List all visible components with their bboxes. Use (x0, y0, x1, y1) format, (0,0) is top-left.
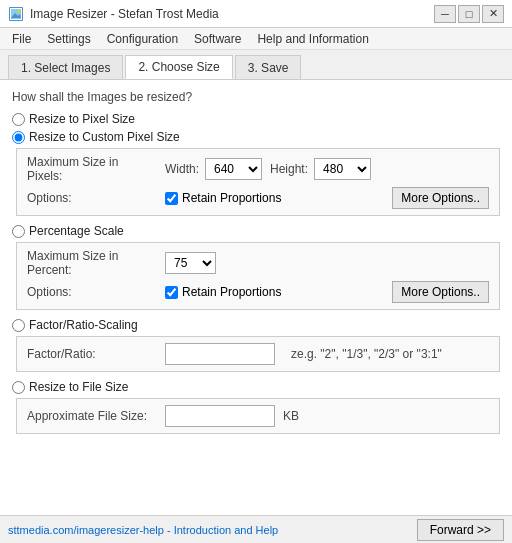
tab-save[interactable]: 3. Save (235, 55, 302, 79)
factor-input-row: Factor/Ratio: 2 ze.g. "2", "1/3", "2/3" … (27, 343, 489, 365)
filesize-box: Approximate File Size: 100 KB (16, 398, 500, 434)
main-content: How shall the Images be resized? Resize … (0, 80, 512, 515)
resize-question: How shall the Images be resized? (12, 90, 500, 104)
resize-custom-option[interactable]: Resize to Custom Pixel Size (12, 130, 180, 144)
height-group: Height: 480 600 768 1024 1080 (270, 158, 371, 180)
filesize-radio[interactable] (12, 381, 25, 394)
resize-custom-section: Resize to Custom Pixel Size Maximum Size… (12, 130, 500, 216)
max-percent-label: Maximum Size in Percent: (27, 249, 157, 277)
close-button[interactable]: ✕ (482, 5, 504, 23)
resize-custom-label: Resize to Custom Pixel Size (29, 130, 180, 144)
approx-label: Approximate File Size: (27, 409, 157, 423)
kb-label: KB (283, 409, 299, 423)
width-select[interactable]: 640 800 1024 1280 1920 (205, 158, 262, 180)
width-group: Width: 640 800 1024 1280 1920 (165, 158, 262, 180)
factor-ratio-label: Factor/Ratio: (27, 347, 157, 361)
maximize-button[interactable]: □ (458, 5, 480, 23)
menu-file[interactable]: File (4, 30, 39, 48)
tabs-bar: 1. Select Images 2. Choose Size 3. Save (0, 50, 512, 80)
retain-proportions-pct-checkbox[interactable] (165, 286, 178, 299)
retain-proportions-custom-label: Retain Proportions (182, 191, 281, 205)
max-size-label: Maximum Size in Pixels: (27, 155, 157, 183)
percentage-label: Percentage Scale (29, 224, 124, 238)
percentage-row: Percentage Scale (12, 224, 500, 238)
status-bar: sttmedia.com/imageresizer-help - Introdu… (0, 515, 512, 543)
factor-label: Factor/Ratio-Scaling (29, 318, 138, 332)
help-link[interactable]: sttmedia.com/imageresizer-help - Introdu… (8, 524, 278, 536)
minimize-button[interactable]: ─ (434, 5, 456, 23)
factor-option[interactable]: Factor/Ratio-Scaling (12, 318, 138, 332)
svg-point-4 (18, 9, 21, 12)
pct-more-options-button[interactable]: More Options.. (392, 281, 489, 303)
percent-select[interactable]: 25 50 75 100 150 (165, 252, 216, 274)
title-bar: Image Resizer - Stefan Trost Media ─ □ ✕ (0, 0, 512, 28)
percentage-box: Maximum Size in Percent: 25 50 75 100 15… (16, 242, 500, 310)
menu-help[interactable]: Help and Information (249, 30, 376, 48)
custom-options-label: Options: (27, 191, 157, 205)
factor-section: Factor/Ratio-Scaling Factor/Ratio: 2 ze.… (12, 318, 500, 372)
factor-row: Factor/Ratio-Scaling (12, 318, 500, 332)
filesize-option[interactable]: Resize to File Size (12, 380, 128, 394)
tab-choose-size[interactable]: 2. Choose Size (125, 55, 232, 79)
custom-more-options-button[interactable]: More Options.. (392, 187, 489, 209)
resize-custom-radio[interactable] (12, 131, 25, 144)
height-select[interactable]: 480 600 768 1024 1080 (314, 158, 371, 180)
menu-bar: File Settings Configuration Software Hel… (0, 28, 512, 50)
factor-input[interactable]: 2 (165, 343, 275, 365)
window-controls: ─ □ ✕ (434, 5, 504, 23)
percentage-options-label: Options: (27, 285, 157, 299)
custom-pixel-options-row: Options: Retain Proportions More Options… (27, 187, 489, 209)
resize-custom-row: Resize to Custom Pixel Size (12, 130, 500, 144)
factor-box: Factor/Ratio: 2 ze.g. "2", "1/3", "2/3" … (16, 336, 500, 372)
filesize-row: Resize to File Size (12, 380, 500, 394)
retain-proportions-pct-group[interactable]: Retain Proportions (165, 285, 281, 299)
forward-button[interactable]: Forward >> (417, 519, 504, 541)
factor-hint: ze.g. "2", "1/3", "2/3" or "3:1" (291, 347, 442, 361)
filesize-input-row: Approximate File Size: 100 KB (27, 405, 489, 427)
percentage-size-row: Maximum Size in Percent: 25 50 75 100 15… (27, 249, 489, 277)
custom-pixel-size-row: Maximum Size in Pixels: Width: 640 800 1… (27, 155, 489, 183)
percentage-section: Percentage Scale Maximum Size in Percent… (12, 224, 500, 310)
menu-settings[interactable]: Settings (39, 30, 98, 48)
resize-pixel-label: Resize to Pixel Size (29, 112, 135, 126)
resize-pixel-row: Resize to Pixel Size (12, 112, 500, 126)
retain-proportions-custom-checkbox[interactable] (165, 192, 178, 205)
menu-software[interactable]: Software (186, 30, 249, 48)
filesize-input[interactable]: 100 (165, 405, 275, 427)
app-icon (8, 6, 24, 22)
window-title: Image Resizer - Stefan Trost Media (30, 7, 219, 21)
filesize-label: Resize to File Size (29, 380, 128, 394)
retain-proportions-custom-group[interactable]: Retain Proportions (165, 191, 281, 205)
height-label: Height: (270, 162, 308, 176)
retain-proportions-pct-label: Retain Proportions (182, 285, 281, 299)
resize-pixel-radio[interactable] (12, 113, 25, 126)
custom-pixel-box: Maximum Size in Pixels: Width: 640 800 1… (16, 148, 500, 216)
factor-radio[interactable] (12, 319, 25, 332)
filesize-section: Resize to File Size Approximate File Siz… (12, 380, 500, 434)
resize-pixel-option[interactable]: Resize to Pixel Size (12, 112, 135, 126)
percentage-options-row: Options: Retain Proportions More Options… (27, 281, 489, 303)
percentage-option[interactable]: Percentage Scale (12, 224, 124, 238)
tab-select-images[interactable]: 1. Select Images (8, 55, 123, 79)
width-label: Width: (165, 162, 199, 176)
percentage-radio[interactable] (12, 225, 25, 238)
menu-configuration[interactable]: Configuration (99, 30, 186, 48)
